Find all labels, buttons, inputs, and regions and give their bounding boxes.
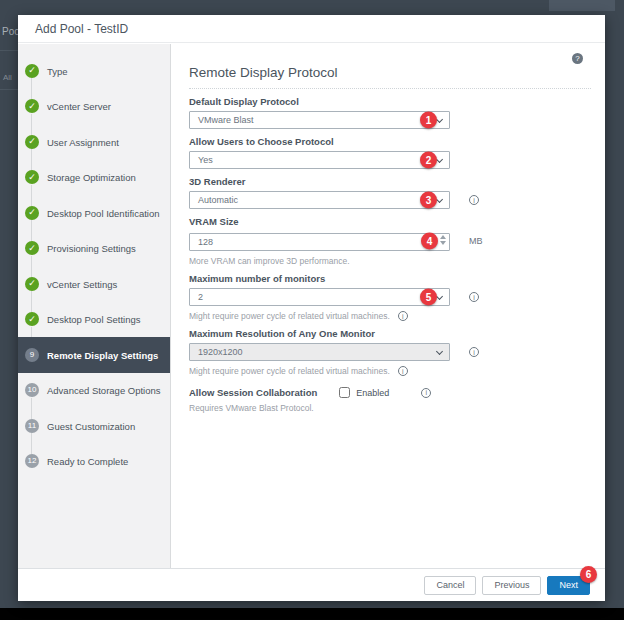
- chevron-down-icon: [436, 196, 443, 203]
- sidebar-step-desktop-pool-identification[interactable]: ✓Desktop Pool Identification: [18, 195, 170, 231]
- sidebar-step-label: Desktop Pool Identification: [47, 207, 159, 218]
- selected-value: Yes: [198, 155, 213, 165]
- selected-value: 2: [198, 292, 203, 302]
- vram-unit-label: MB: [469, 236, 483, 246]
- step-number-icon: 10: [25, 383, 39, 397]
- chevron-down-icon: [436, 116, 443, 123]
- field-label: VRAM Size: [189, 216, 591, 227]
- sidebar-step-label: User Assignment: [47, 136, 119, 147]
- step-complete-check-icon: ✓: [25, 241, 39, 255]
- checkbox-label: Enabled: [356, 388, 389, 398]
- 3d-renderer-select[interactable]: Automatic 3: [189, 191, 450, 209]
- dialog-title: Add Pool - TestID: [35, 22, 128, 36]
- sidebar-step-ready-to-complete[interactable]: 12Ready to Complete: [18, 444, 170, 480]
- step-number-icon: 11: [25, 419, 39, 433]
- dialog-footer: Cancel Previous Next 6: [18, 568, 605, 601]
- add-pool-dialog: Add Pool - TestID ✓Type✓vCenter Server✓U…: [18, 15, 605, 601]
- step-complete-check-icon: ✓: [25, 312, 39, 326]
- sidebar-step-vcenter-settings[interactable]: ✓vCenter Settings: [18, 266, 170, 302]
- sidebar-step-advanced-storage-options[interactable]: 10Advanced Storage Options: [18, 373, 170, 409]
- sidebar-step-label: Advanced Storage Options: [47, 385, 161, 396]
- field-max-monitors: Maximum number of monitors 2 5 i Might r…: [189, 273, 591, 321]
- info-icon[interactable]: i: [469, 347, 479, 357]
- field-allow-users-choose-protocol: Allow Users to Choose Protocol Yes 2: [189, 136, 591, 169]
- sidebar-step-guest-customization[interactable]: 11Guest Customization: [18, 408, 170, 444]
- sidebar-step-label: Type: [47, 65, 68, 76]
- max-monitors-select[interactable]: 2 5: [189, 288, 450, 306]
- callout-badge-4: 4: [421, 233, 438, 250]
- sidebar-step-label: Guest Customization: [47, 420, 135, 431]
- previous-button[interactable]: Previous: [482, 576, 541, 595]
- step-complete-check-icon: ✓: [25, 135, 39, 149]
- info-icon[interactable]: i: [469, 292, 479, 302]
- field-max-resolution: Maximum Resolution of Any One Monitor 19…: [189, 328, 591, 376]
- callout-badge-2: 2: [420, 152, 437, 169]
- dialog-body: ✓Type✓vCenter Server✓User Assignment✓Sto…: [18, 44, 605, 568]
- sidebar-step-remote-display-settings[interactable]: 9Remote Display Settings: [18, 337, 170, 373]
- info-icon[interactable]: i: [398, 366, 408, 376]
- sidebar-step-vcenter-server[interactable]: ✓vCenter Server: [18, 89, 170, 125]
- info-icon[interactable]: i: [421, 388, 431, 398]
- sidebar-step-label: Provisioning Settings: [47, 243, 136, 254]
- step-complete-check-icon: ✓: [25, 170, 39, 184]
- info-icon[interactable]: i: [398, 311, 408, 321]
- selected-value: Automatic: [198, 195, 238, 205]
- step-complete-check-icon: ✓: [25, 64, 39, 78]
- sidebar-step-desktop-pool-settings[interactable]: ✓Desktop Pool Settings: [18, 302, 170, 338]
- background-text-fragment: All: [3, 73, 12, 82]
- sidebar-step-label: vCenter Server: [47, 101, 111, 112]
- background-divider: [0, 89, 18, 90]
- sidebar-step-label: Desktop Pool Settings: [47, 314, 140, 325]
- field-label: 3D Renderer: [189, 176, 591, 187]
- sidebar-step-user-assignment[interactable]: ✓User Assignment: [18, 124, 170, 160]
- vram-size-input[interactable]: [189, 233, 450, 251]
- sidebar-step-storage-optimization[interactable]: ✓Storage Optimization: [18, 160, 170, 196]
- chevron-down-icon: [436, 348, 443, 355]
- field-session-collaboration: Allow Session Collaboration Enabled i: [189, 387, 591, 398]
- field-3d-renderer: 3D Renderer Automatic 3 i: [189, 176, 591, 209]
- allow-users-choose-protocol-select[interactable]: Yes 2: [189, 151, 450, 169]
- helper-text: Might require power cycle of related vir…: [189, 366, 591, 376]
- field-vram-size: VRAM Size 4 MB More VRAM can improve 3D …: [189, 216, 591, 266]
- callout-badge-6: 6: [580, 566, 597, 583]
- callout-badge-1: 1: [420, 112, 437, 129]
- info-icon[interactable]: i: [469, 195, 479, 205]
- step-complete-check-icon: ✓: [25, 99, 39, 113]
- selected-value: VMware Blast: [198, 115, 254, 125]
- field-default-display-protocol: Default Display Protocol VMware Blast 1: [189, 96, 591, 129]
- sidebar-step-label: Ready to Complete: [47, 456, 128, 467]
- remote-display-settings-panel: ? Remote Display Protocol Default Displa…: [171, 44, 605, 568]
- step-complete-check-icon: ✓: [25, 206, 39, 220]
- max-resolution-select[interactable]: 1920x1200: [189, 343, 450, 361]
- selected-value: 1920x1200: [198, 347, 243, 357]
- bottom-black-bar: [0, 608, 624, 620]
- wizard-steps-sidebar: ✓Type✓vCenter Server✓User Assignment✓Sto…: [18, 44, 171, 568]
- helper-text: More VRAM can improve 3D performance.: [189, 256, 591, 266]
- number-stepper-icon[interactable]: [440, 235, 446, 245]
- default-display-protocol-select[interactable]: VMware Blast 1: [189, 111, 450, 129]
- page-title: Remote Display Protocol: [189, 65, 591, 89]
- sidebar-step-label: Storage Optimization: [47, 172, 136, 183]
- field-label: Default Display Protocol: [189, 96, 591, 107]
- cancel-button[interactable]: Cancel: [424, 576, 476, 595]
- session-collaboration-checkbox[interactable]: [339, 387, 350, 398]
- chevron-down-icon: [436, 293, 443, 300]
- help-icon[interactable]: ?: [572, 53, 583, 64]
- background-toolbar-fragment: [549, 0, 615, 11]
- step-number-icon: 9: [25, 348, 39, 362]
- background-divider: [0, 50, 18, 51]
- step-number-icon: 12: [25, 454, 39, 468]
- step-complete-check-icon: ✓: [25, 277, 39, 291]
- sidebar-step-type[interactable]: ✓Type: [18, 53, 170, 89]
- helper-text: Might require power cycle of related vir…: [189, 311, 591, 321]
- sidebar-step-provisioning-settings[interactable]: ✓Provisioning Settings: [18, 231, 170, 267]
- field-label: Maximum number of monitors: [189, 273, 591, 284]
- sidebar-step-label: vCenter Settings: [47, 278, 117, 289]
- sidebar-step-label: Remote Display Settings: [47, 349, 158, 360]
- dialog-titlebar: Add Pool - TestID: [18, 15, 605, 43]
- callout-badge-3: 3: [420, 192, 437, 209]
- helper-text: Requires VMware Blast Protocol.: [189, 403, 591, 413]
- callout-badge-5: 5: [420, 289, 437, 306]
- field-label: Allow Session Collaboration: [189, 387, 317, 398]
- chevron-down-icon: [436, 156, 443, 163]
